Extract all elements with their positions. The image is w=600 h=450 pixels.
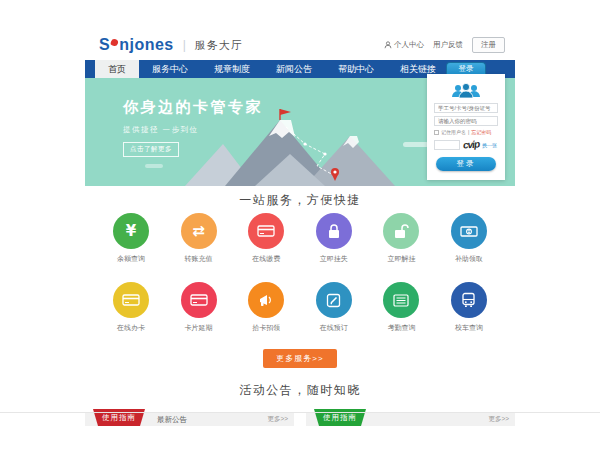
- service-label: 拾卡招领: [236, 323, 296, 333]
- cloud-icon: [403, 142, 429, 147]
- username-input[interactable]: [434, 103, 498, 113]
- service-label: 立即解挂: [371, 254, 431, 264]
- service-school-bus[interactable]: 校车查询: [439, 282, 499, 333]
- nav-item-rules[interactable]: 规章制度: [201, 60, 263, 78]
- nav-item-home[interactable]: 首页: [95, 60, 139, 78]
- password-input[interactable]: [434, 116, 498, 126]
- latest-news-tab[interactable]: 最新公告: [157, 415, 187, 425]
- nav-item-news[interactable]: 新闻公告: [263, 60, 325, 78]
- yen-icon[interactable]: ¥: [113, 213, 149, 249]
- header-right: 个人中心 用户反馈 注册: [384, 37, 505, 53]
- guide-tab-bar: 使用指南 最新公告 更多>>: [85, 413, 294, 426]
- feedback-link[interactable]: 用户反馈: [433, 40, 463, 50]
- yen-glyph: ¥: [126, 222, 136, 240]
- site-name: 服务大厅: [195, 38, 243, 53]
- more-link[interactable]: 更多>>: [267, 415, 288, 424]
- nav-item-help-center[interactable]: 帮助中心: [325, 60, 387, 78]
- transfer-glyph: ⇄: [192, 222, 205, 240]
- remember-label: 记住用户名: [441, 129, 466, 135]
- service-open-card[interactable]: 在线办卡: [101, 282, 161, 333]
- bank-card-icon[interactable]: [113, 282, 149, 318]
- services-title: 一站服务，方便快捷: [85, 194, 515, 207]
- captcha-image[interactable]: cvip: [463, 138, 480, 150]
- service-label: 立即挂失: [304, 254, 364, 264]
- banknote-icon[interactable]: [451, 213, 487, 249]
- service-label: 余额查询: [101, 254, 161, 264]
- bus-icon[interactable]: [451, 282, 487, 318]
- service-label: 补助领取: [439, 254, 499, 264]
- bank-card-icon[interactable]: [181, 282, 217, 318]
- more-link[interactable]: 更多>>: [488, 415, 509, 424]
- hero-title: 你身边的卡管专家: [123, 98, 263, 117]
- login-panel: 登录 记住用户名 | 忘记密码: [427, 74, 505, 180]
- service-label: 卡片延期: [169, 323, 229, 333]
- hero-subtitle: 提供捷径 一步到位: [123, 125, 263, 135]
- guide-tab-bar-right: 使用指南 更多>>: [306, 413, 515, 426]
- users-icon: [449, 82, 483, 100]
- login-tab[interactable]: 登录: [446, 62, 486, 74]
- remember-checkbox[interactable]: [434, 130, 439, 135]
- logo-divider: |: [183, 38, 186, 52]
- service-pay-online[interactable]: 在线缴费: [236, 213, 296, 264]
- synjones-logo[interactable]: S njones: [99, 36, 174, 54]
- feedback-link-label: 用户反馈: [433, 40, 463, 50]
- remember-row: 记住用户名 | 忘记密码: [434, 129, 498, 135]
- more-services-button[interactable]: 更多服务>>: [263, 349, 336, 368]
- edit-icon[interactable]: [316, 282, 352, 318]
- cloud-icon: [145, 164, 163, 168]
- register-button[interactable]: 注册: [472, 37, 505, 53]
- service-transfer[interactable]: ⇄ 转账充值: [169, 213, 229, 264]
- bank-card-icon[interactable]: [248, 213, 284, 249]
- announcement-tab-bars: 使用指南 最新公告 更多>> 使用指南 更多>>: [85, 413, 515, 426]
- nav-item-service-center[interactable]: 服务中心: [139, 60, 201, 78]
- service-online-booking[interactable]: 在线预订: [304, 282, 364, 333]
- forgot-password-link[interactable]: 忘记密码: [471, 129, 491, 135]
- logo-text-2: njones: [119, 36, 174, 54]
- service-attendance[interactable]: 考勤查询: [371, 282, 431, 333]
- hero-more-button[interactable]: 点击了解更多: [123, 142, 179, 157]
- logo-spark-icon: [110, 38, 119, 47]
- transfer-arrows-icon[interactable]: ⇄: [181, 213, 217, 249]
- service-found-card[interactable]: 拾卡招领: [236, 282, 296, 333]
- service-label: 转账充值: [169, 254, 229, 264]
- megaphone-icon[interactable]: [248, 282, 284, 318]
- profile-link-label: 个人中心: [394, 40, 424, 50]
- profile-link[interactable]: 个人中心: [384, 40, 424, 50]
- services-row-1: ¥ 余额查询 ⇄ 转账充值 在线缴费: [85, 213, 515, 264]
- service-label: 校车查询: [439, 323, 499, 333]
- service-label: 在线预订: [304, 323, 364, 333]
- unlock-icon[interactable]: [383, 213, 419, 249]
- services-section: 一站服务，方便快捷 ¥ 余额查询 ⇄ 转账充值: [85, 186, 515, 368]
- service-report-loss[interactable]: 立即挂失: [304, 213, 364, 264]
- lock-icon[interactable]: [316, 213, 352, 249]
- service-balance[interactable]: ¥ 余额查询: [101, 213, 161, 264]
- remember-separator: |: [468, 129, 469, 135]
- section-divider: [0, 412, 600, 413]
- captcha-refresh-link[interactable]: 换一张: [482, 142, 497, 148]
- service-subsidy[interactable]: 补助领取: [439, 213, 499, 264]
- services-row-2: 在线办卡 卡片延期 拾卡招领: [85, 282, 515, 333]
- header: S njones | 服务大厅 个人中心 用户反馈 注册: [85, 30, 515, 60]
- service-card-renewal[interactable]: 卡片延期: [169, 282, 229, 333]
- hero-copy: 你身边的卡管专家 提供捷径 一步到位 点击了解更多: [123, 98, 263, 157]
- screen: S njones | 服务大厅 个人中心 用户反馈 注册: [0, 0, 600, 450]
- service-label: 在线缴费: [236, 254, 296, 264]
- announcements-title: 活动公告，随时知晓: [85, 382, 515, 399]
- service-label: 在线办卡: [101, 323, 161, 333]
- login-submit-button[interactable]: 登录: [436, 157, 496, 171]
- captcha-row: cvip 换一张: [434, 139, 498, 150]
- service-cancel-loss[interactable]: 立即解挂: [371, 213, 431, 264]
- service-label: 考勤查询: [371, 323, 431, 333]
- list-icon[interactable]: [383, 282, 419, 318]
- hero-banner: 你身边的卡管专家 提供捷径 一步到位 点击了解更多 登录: [85, 78, 515, 186]
- captcha-input[interactable]: [434, 140, 460, 150]
- page: S njones | 服务大厅 个人中心 用户反馈 注册: [85, 30, 515, 426]
- person-icon: [384, 41, 392, 49]
- logo-text-1: S: [99, 36, 110, 54]
